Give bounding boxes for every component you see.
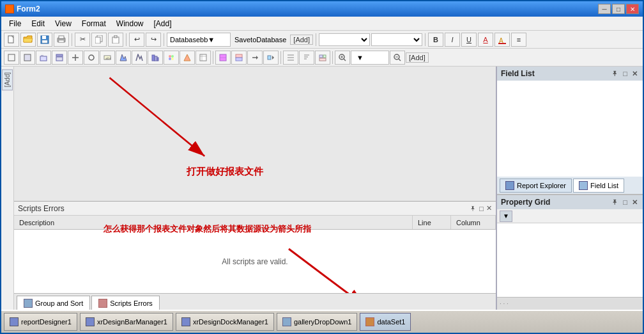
close-button[interactable]: ✕ (626, 4, 639, 14)
tab-report-explorer-label: Report Explorer (517, 182, 566, 189)
taskbar-item-design-bar-manager[interactable]: xrDesignBarManager1 (80, 313, 173, 331)
separator-t2-2 (280, 51, 281, 64)
paste-button[interactable] (108, 33, 123, 47)
tab-field-list[interactable]: Field List (573, 179, 624, 193)
new-button[interactable] (4, 33, 19, 47)
tb2-btn-14[interactable] (215, 51, 231, 65)
svg-line-61 (289, 249, 365, 293)
svg-rect-25 (155, 56, 157, 61)
scripts-body: All scripts are valid. 怎么获得那个报表文件对象然后将其数… (14, 230, 496, 293)
tab-scripts-errors[interactable]: Scripts Errors (91, 296, 160, 310)
bold-button[interactable]: B (428, 33, 443, 47)
tb2-btn-zoom[interactable] (335, 51, 350, 65)
tb2-btn-5[interactable] (68, 51, 83, 65)
print-button[interactable] (54, 33, 69, 47)
svg-rect-15 (40, 56, 47, 61)
tb2-btn-9[interactable] (132, 51, 147, 65)
tb2-btn-18[interactable] (283, 51, 298, 65)
font-select[interactable] (319, 33, 370, 46)
field-list-close[interactable]: ✕ (631, 70, 639, 78)
scripts-pin-button[interactable]: 🖈 (470, 205, 477, 212)
redo-button[interactable]: ↪ (146, 33, 161, 47)
open-button[interactable] (20, 33, 36, 47)
toolbar2-add-label[interactable]: [Add] (406, 52, 429, 63)
zoom-dropdown[interactable]: ▼ (351, 51, 389, 65)
property-grid-dropdown[interactable]: ▼ (500, 211, 512, 222)
scripts-close-button[interactable]: ✕ (486, 204, 492, 212)
field-list-pin[interactable]: 🖈 (610, 70, 620, 78)
tab-group-sort[interactable]: Group and Sort (17, 296, 90, 310)
property-grid-pin[interactable]: 🖈 (610, 198, 620, 207)
cut-button[interactable]: ✂ (75, 33, 90, 47)
main-window: Form2 ─ □ ✕ File Edit View Format Window… (0, 0, 644, 334)
scripts-panel-title: Scripts Errors (18, 204, 65, 213)
save-button[interactable] (37, 33, 52, 47)
tb2-btn-11[interactable] (164, 51, 179, 65)
tb2-btn-2[interactable] (20, 51, 35, 65)
field-list-controls: 🖈 □ ✕ (610, 70, 639, 78)
scripts-panel-controls: 🖈 □ ✕ (470, 204, 492, 212)
svg-rect-3 (42, 40, 47, 43)
tb2-btn-8[interactable] (116, 51, 131, 65)
property-grid-section: Property Grid 🖈 □ ✕ ▼ · · · (497, 195, 643, 310)
scripts-float-button[interactable]: □ (479, 205, 484, 212)
tb2-btn-15[interactable] (231, 51, 247, 65)
italic-button[interactable]: I (445, 33, 460, 47)
tb2-btn-7[interactable]: abc (100, 51, 115, 65)
group-sort-icon (24, 299, 33, 308)
tb2-btn-1[interactable] (4, 51, 19, 65)
copy-button[interactable] (91, 33, 107, 47)
menu-format[interactable]: Format (77, 18, 111, 29)
font-size-select[interactable] (371, 33, 422, 46)
tab-report-explorer[interactable]: Report Explorer (500, 179, 572, 193)
align-button[interactable]: ≡ (511, 33, 526, 47)
tb2-btn-17[interactable] (263, 51, 279, 65)
tb2-btn-20[interactable] (315, 51, 330, 65)
tb2-btn-10[interactable] (148, 51, 163, 65)
toolbar-add-label[interactable]: [Add] (290, 35, 313, 45)
tb2-btn-16[interactable] (247, 51, 263, 65)
tb2-btn-19[interactable] (299, 51, 314, 65)
menu-window[interactable]: Window (111, 18, 149, 29)
menu-view[interactable]: View (50, 18, 77, 29)
field-list-float[interactable]: □ (622, 70, 629, 78)
highlight-button[interactable]: A (494, 33, 510, 47)
menu-file[interactable]: File (4, 18, 26, 29)
field-list-body (497, 81, 643, 177)
svg-rect-36 (236, 54, 242, 58)
underline-button[interactable]: U (461, 33, 477, 47)
minimize-button[interactable]: ─ (598, 4, 611, 14)
tb2-btn-13[interactable] (195, 51, 211, 65)
menu-edit[interactable]: Edit (26, 18, 50, 29)
center-area: 打开做好报表文件 Scripts Errors 🖈 □ ✕ Descriptio… (14, 67, 496, 310)
separator-1 (72, 33, 72, 46)
field-list-tab-icon (579, 181, 588, 190)
svg-rect-5 (59, 36, 64, 38)
font-color-button[interactable]: A (478, 33, 493, 47)
dataset-icon (365, 317, 374, 326)
tb2-btn-6[interactable] (84, 51, 99, 65)
taskbar-item-design-dock-manager[interactable]: xrDesignDockManager1 (176, 313, 274, 331)
scripts-tabs: Group and Sort Scripts Errors (14, 293, 496, 310)
taskbar-label-gallery-dropdown: galleryDropDown1 (294, 318, 352, 326)
property-grid-float[interactable]: □ (622, 198, 629, 207)
tb2-btn-12[interactable] (180, 51, 195, 65)
left-tab-label[interactable]: [Add] (2, 69, 13, 90)
tb2-btn-4[interactable] (52, 51, 67, 65)
taskbar-item-dataset[interactable]: dataSet1 (360, 313, 411, 331)
property-grid-header: Property Grid 🖈 □ ✕ (497, 195, 643, 209)
maximize-button[interactable]: □ (612, 4, 625, 14)
taskbar-item-gallery-dropdown[interactable]: galleryDropDown1 (277, 313, 358, 331)
taskbar-item-report-designer[interactable]: reportDesigner1 (4, 313, 77, 331)
tb2-btn-3[interactable] (36, 51, 51, 65)
toolbar-main: ✂ ↩ ↪ Databasebb▼ SavetoDatabase [Add] B… (1, 31, 643, 49)
field-list-section: Field List 🖈 □ ✕ Report Explorer (497, 67, 643, 195)
undo-button[interactable]: ↩ (129, 33, 144, 47)
menu-add[interactable]: [Add] (149, 18, 177, 29)
taskbar: reportDesigner1 xrDesignBarManager1 xrDe… (1, 310, 643, 333)
svg-rect-14 (24, 54, 31, 61)
property-grid-close[interactable]: ✕ (631, 198, 639, 207)
field-list-tabs: Report Explorer Field List (497, 177, 643, 195)
tb2-zoom-in[interactable] (390, 51, 405, 65)
database-dropdown[interactable]: Databasebb▼ (167, 33, 231, 47)
